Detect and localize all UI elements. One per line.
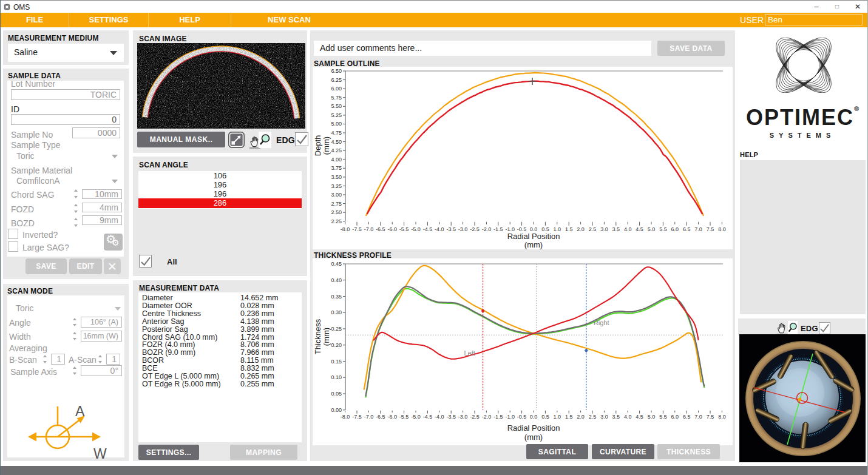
svg-text:(mm): (mm) xyxy=(322,328,331,346)
svg-text:-3.5: -3.5 xyxy=(446,226,456,232)
svg-text:-3.5: -3.5 xyxy=(446,414,456,420)
svg-text:-1.5: -1.5 xyxy=(493,414,503,420)
svg-text:6.0: 6.0 xyxy=(671,226,679,232)
svg-text:(mm): (mm) xyxy=(322,136,331,155)
svg-text:-4.5: -4.5 xyxy=(423,414,433,420)
svg-text:7.5: 7.5 xyxy=(707,414,714,420)
svg-text:0.05: 0.05 xyxy=(331,391,342,397)
svg-text:1.0: 1.0 xyxy=(554,414,561,420)
svg-text:-8.0: -8.0 xyxy=(341,226,350,232)
svg-text:Left: Left xyxy=(464,349,475,357)
svg-text:0.5: 0.5 xyxy=(541,414,549,420)
svg-text:2.0: 2.0 xyxy=(577,226,585,232)
svg-text:6.50: 6.50 xyxy=(331,68,342,74)
svg-text:-2.0: -2.0 xyxy=(482,226,492,232)
svg-text:-4.5: -4.5 xyxy=(423,226,433,232)
svg-text:6.00: 6.00 xyxy=(331,86,342,92)
svg-text:5.0: 5.0 xyxy=(648,226,656,232)
svg-text:2.50: 2.50 xyxy=(331,209,342,215)
svg-text:-6.5: -6.5 xyxy=(376,226,385,232)
svg-text:3.5: 3.5 xyxy=(612,414,620,420)
svg-text:3.5: 3.5 xyxy=(612,226,620,232)
svg-text:-6.0: -6.0 xyxy=(387,226,397,232)
svg-text:-5.5: -5.5 xyxy=(399,414,409,420)
svg-text:-2.0: -2.0 xyxy=(482,414,492,420)
svg-text:-5.0: -5.0 xyxy=(411,414,421,420)
svg-text:Radial Position: Radial Position xyxy=(507,232,560,241)
svg-text:-8.0: -8.0 xyxy=(341,414,350,420)
svg-text:7.0: 7.0 xyxy=(694,226,702,232)
svg-text:3.00: 3.00 xyxy=(331,192,342,198)
svg-text:6.5: 6.5 xyxy=(683,414,691,420)
svg-text:6.0: 6.0 xyxy=(671,414,679,420)
svg-text:5.0: 5.0 xyxy=(648,414,656,420)
svg-text:5.5: 5.5 xyxy=(659,414,667,420)
svg-text:-4.0: -4.0 xyxy=(435,226,444,232)
svg-text:Right: Right xyxy=(594,319,609,326)
svg-text:2.0: 2.0 xyxy=(577,414,585,420)
svg-text:-1.5: -1.5 xyxy=(493,226,503,232)
svg-text:7.5: 7.5 xyxy=(707,226,714,232)
svg-text:7.0: 7.0 xyxy=(694,414,702,420)
svg-text:8.0: 8.0 xyxy=(718,414,726,420)
svg-text:2.5: 2.5 xyxy=(589,226,597,232)
svg-text:-7.5: -7.5 xyxy=(352,414,362,420)
svg-text:3.0: 3.0 xyxy=(600,414,608,420)
svg-text:5.5: 5.5 xyxy=(659,226,667,232)
svg-text:-7.0: -7.0 xyxy=(364,414,374,420)
svg-text:8.0: 8.0 xyxy=(718,226,726,232)
svg-text:2.5: 2.5 xyxy=(589,414,597,420)
svg-text:2.25: 2.25 xyxy=(331,218,342,224)
svg-text:1.5: 1.5 xyxy=(565,226,573,232)
svg-text:1.5: 1.5 xyxy=(565,414,573,420)
svg-text:-5.5: -5.5 xyxy=(399,226,409,232)
svg-text:4.0: 4.0 xyxy=(624,226,632,232)
svg-text:0.00: 0.00 xyxy=(331,407,342,413)
svg-text:0.45: 0.45 xyxy=(331,261,342,267)
svg-text:0.40: 0.40 xyxy=(331,277,342,283)
svg-text:(mm): (mm) xyxy=(524,433,543,442)
svg-text:-6.5: -6.5 xyxy=(376,414,385,420)
svg-text:-2.5: -2.5 xyxy=(470,226,480,232)
svg-text:4.5: 4.5 xyxy=(636,226,643,232)
svg-text:-3.0: -3.0 xyxy=(458,414,468,420)
svg-text:4.0: 4.0 xyxy=(624,414,632,420)
svg-text:-4.0: -4.0 xyxy=(435,414,444,420)
svg-text:6.25: 6.25 xyxy=(331,77,342,83)
svg-text:-7.5: -7.5 xyxy=(352,226,362,232)
svg-text:-0.5: -0.5 xyxy=(517,414,527,420)
svg-text:A: A xyxy=(75,403,85,419)
svg-text:4.5: 4.5 xyxy=(636,414,643,420)
svg-text:Radial Position: Radial Position xyxy=(507,423,560,433)
svg-text:Depth: Depth xyxy=(313,135,322,157)
svg-text:-6.0: -6.0 xyxy=(387,414,397,420)
svg-text:-5.0: -5.0 xyxy=(411,226,421,232)
svg-text:3.0: 3.0 xyxy=(600,226,608,232)
svg-text:5.75: 5.75 xyxy=(331,95,342,101)
svg-text:-1.0: -1.0 xyxy=(505,414,515,420)
svg-text:-3.0: -3.0 xyxy=(458,226,468,232)
svg-text:-2.5: -2.5 xyxy=(470,414,480,420)
svg-text:0.0: 0.0 xyxy=(530,414,538,420)
svg-text:6.5: 6.5 xyxy=(683,226,691,232)
svg-text:W: W xyxy=(93,446,107,461)
svg-text:(mm): (mm) xyxy=(524,240,543,249)
svg-text:Thickness: Thickness xyxy=(313,318,322,354)
svg-text:2.75: 2.75 xyxy=(331,201,342,207)
svg-text:-7.0: -7.0 xyxy=(364,226,374,232)
